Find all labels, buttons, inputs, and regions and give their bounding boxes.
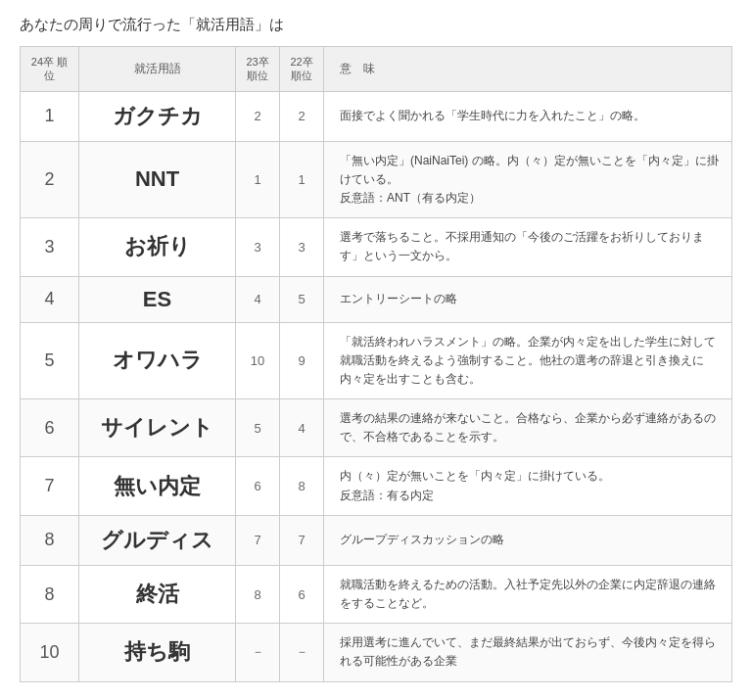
cell-term: 終活 <box>79 565 236 623</box>
cell-term: サイレント <box>79 399 236 457</box>
cell-rank24: 7 <box>21 457 79 515</box>
cell-rank24: 10 <box>21 624 79 681</box>
cell-rank24: 3 <box>21 218 79 276</box>
cell-rank24: 8 <box>21 515 79 565</box>
table-row: 5オワハラ109「就活終われハラスメント」の略。企業が内々定を出した学生に対して… <box>21 322 732 399</box>
cell-rank23: 4 <box>236 276 280 322</box>
table-row: 8終活86就職活動を終えるための活動。入社予定先以外の企業に内定辞退の連絡をする… <box>21 565 732 623</box>
table-row: 2NNT11「無い内定」(NaiNaiTei) の略。内（々）定が無いことを「内… <box>21 141 732 218</box>
cell-term: お祈り <box>79 218 236 276</box>
cell-rank24: 1 <box>21 91 79 141</box>
ranking-table: 24卒 順位 就活用語 23卒 順位 22卒 順位 意 味 1ガクチカ22面接で… <box>20 46 732 682</box>
cell-meaning: 面接でよく聞かれる「学生時代に力を入れたこと」の略。 <box>324 91 732 141</box>
cell-meaning: 内（々）定が無いことを「内々定」に掛けている。反意語：有る内定 <box>324 457 732 515</box>
table-row: 1ガクチカ22面接でよく聞かれる「学生時代に力を入れたこと」の略。 <box>21 91 732 141</box>
header-meaning: 意 味 <box>324 47 732 92</box>
cell-rank24: 8 <box>21 565 79 623</box>
cell-rank22: － <box>280 624 324 681</box>
cell-rank23: 6 <box>236 457 280 515</box>
cell-term: NNT <box>79 141 236 218</box>
header-term: 就活用語 <box>79 47 236 92</box>
table-row: 10持ち駒－－採用選考に進んでいて、まだ最終結果が出ておらず、今後内々定を得られ… <box>21 624 732 681</box>
cell-rank23: 1 <box>236 141 280 218</box>
cell-rank22: 4 <box>280 399 324 457</box>
table-row: 8グルディス77グループディスカッションの略 <box>21 515 732 565</box>
cell-meaning: グループディスカッションの略 <box>324 515 732 565</box>
cell-rank22: 6 <box>280 565 324 623</box>
cell-rank23: 7 <box>236 515 280 565</box>
cell-meaning: 「就活終われハラスメント」の略。企業が内々定を出した学生に対して就職活動を終える… <box>324 322 732 399</box>
cell-rank22: 8 <box>280 457 324 515</box>
cell-meaning: エントリーシートの略 <box>324 276 732 322</box>
cell-rank22: 7 <box>280 515 324 565</box>
cell-term: 無い内定 <box>79 457 236 515</box>
cell-rank24: 6 <box>21 399 79 457</box>
cell-term: 持ち駒 <box>79 624 236 681</box>
header-rank22: 22卒 順位 <box>280 47 324 92</box>
cell-rank24: 4 <box>21 276 79 322</box>
cell-rank23: － <box>236 624 280 681</box>
cell-term: ES <box>79 276 236 322</box>
cell-meaning: 選考で落ちること。不採用通知の「今後のご活躍をお祈りしております」という一文から… <box>324 218 732 276</box>
table-row: 6サイレント54選考の結果の連絡が来ないこと。合格なら、企業から必ず連絡があるの… <box>21 399 732 457</box>
cell-rank23: 8 <box>236 565 280 623</box>
cell-rank22: 5 <box>280 276 324 322</box>
page-container: あなたの周りで流行った「就活用語」は 24卒 順位 就活用語 23卒 順位 22… <box>0 0 752 700</box>
page-title: あなたの周りで流行った「就活用語」は <box>20 16 732 34</box>
cell-meaning: 「無い内定」(NaiNaiTei) の略。内（々）定が無いことを「内々定」に掛け… <box>324 141 732 218</box>
cell-rank22: 3 <box>280 218 324 276</box>
header-rank23: 23卒 順位 <box>236 47 280 92</box>
table-row: 7無い内定68内（々）定が無いことを「内々定」に掛けている。反意語：有る内定 <box>21 457 732 515</box>
table-header-row: 24卒 順位 就活用語 23卒 順位 22卒 順位 意 味 <box>21 47 732 92</box>
cell-meaning: 就職活動を終えるための活動。入社予定先以外の企業に内定辞退の連絡をすることなど。 <box>324 565 732 623</box>
cell-term: グルディス <box>79 515 236 565</box>
cell-rank23: 5 <box>236 399 280 457</box>
cell-term: ガクチカ <box>79 91 236 141</box>
table-row: 3お祈り33選考で落ちること。不採用通知の「今後のご活躍をお祈りしております」と… <box>21 218 732 276</box>
header-rank24: 24卒 順位 <box>21 47 79 92</box>
cell-meaning: 採用選考に進んでいて、まだ最終結果が出ておらず、今後内々定を得られる可能性がある… <box>324 624 732 681</box>
cell-rank22: 2 <box>280 91 324 141</box>
cell-rank22: 9 <box>280 322 324 399</box>
cell-rank24: 5 <box>21 322 79 399</box>
cell-term: オワハラ <box>79 322 236 399</box>
cell-rank24: 2 <box>21 141 79 218</box>
table-row: 4ES45エントリーシートの略 <box>21 276 732 322</box>
cell-rank23: 10 <box>236 322 280 399</box>
cell-rank23: 2 <box>236 91 280 141</box>
cell-rank23: 3 <box>236 218 280 276</box>
cell-meaning: 選考の結果の連絡が来ないこと。合格なら、企業から必ず連絡があるので、不合格である… <box>324 399 732 457</box>
cell-rank22: 1 <box>280 141 324 218</box>
